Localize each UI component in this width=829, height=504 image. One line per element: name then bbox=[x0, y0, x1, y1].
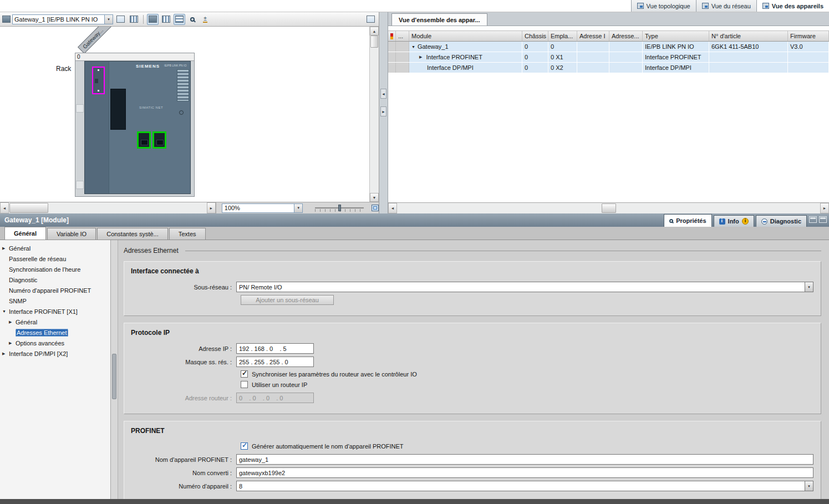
tab-network-view[interactable]: Vue du réseau bbox=[696, 0, 756, 12]
scroll-left-icon[interactable]: ◄ bbox=[388, 203, 397, 213]
scroll-up-icon[interactable]: ▲ bbox=[370, 27, 379, 35]
nav-item-time-sync[interactable]: Synchronisation de l'heure bbox=[0, 264, 110, 274]
tab-device-view[interactable]: Vue des appareils bbox=[756, 0, 829, 12]
scrollbar-thumb[interactable] bbox=[112, 354, 116, 399]
tab-diagnostic[interactable]: Diagnostic bbox=[756, 215, 807, 227]
device-horizontal-scrollbar[interactable]: ◄ ► bbox=[0, 202, 216, 213]
ethernet-addresses-form: Adresses Ethernet Interface connectée à … bbox=[118, 240, 829, 499]
nav-item-snmp[interactable]: SNMP bbox=[0, 296, 110, 306]
chevron-right-icon[interactable] bbox=[2, 246, 5, 251]
device-overview-button[interactable] bbox=[174, 14, 185, 25]
device-vertical-scrollbar[interactable]: ▲ ▼ bbox=[369, 27, 379, 202]
form-page-title: Adresses Ethernet bbox=[124, 247, 179, 254]
form-vertical-scrollbar[interactable] bbox=[111, 240, 118, 499]
tab-io-tags[interactable]: Variable IO bbox=[47, 228, 96, 240]
ethernet-port-1-highlighted[interactable] bbox=[137, 131, 151, 149]
tab-label: Diagnostic bbox=[770, 218, 801, 225]
profinet-device-name-field[interactable]: gateway_1 bbox=[236, 454, 813, 465]
converted-name-field[interactable]: gatewayxb199e2 bbox=[236, 467, 813, 478]
collapse-right-icon[interactable]: ► bbox=[380, 106, 386, 116]
compare-status-icon bbox=[390, 33, 393, 39]
chevron-down-icon[interactable] bbox=[411, 45, 415, 49]
scroll-left-icon[interactable]: ◄ bbox=[0, 202, 9, 213]
subnet-mask-field[interactable]: 255 . 255 . 255 . 0 bbox=[236, 357, 314, 367]
panel-splitter[interactable]: ◄ ► bbox=[379, 12, 388, 213]
use-router-checkbox[interactable] bbox=[241, 381, 248, 388]
header-type[interactable]: Type bbox=[643, 31, 709, 41]
nav-item-general[interactable]: Général bbox=[0, 243, 110, 253]
cell-module[interactable]: Interface DP/MPI bbox=[409, 63, 522, 73]
nav-item-dpmpi-interface[interactable]: Interface DP/MPI [X2] bbox=[0, 348, 110, 359]
nav-item-network-gateway[interactable]: Passerelle de réseau bbox=[0, 253, 110, 264]
scrollbar-thumb[interactable] bbox=[602, 203, 616, 213]
zoom-slider[interactable] bbox=[315, 203, 364, 212]
header-address-q[interactable]: Adresse... bbox=[609, 31, 643, 41]
tab-general[interactable]: Général bbox=[4, 227, 46, 240]
ethernet-port-2-highlighted[interactable] bbox=[152, 131, 166, 149]
header-compare[interactable] bbox=[388, 31, 396, 41]
zoom-select[interactable]: 100% bbox=[222, 203, 303, 213]
zoom-level-button[interactable]: ± bbox=[200, 14, 211, 25]
faceplate-view-button[interactable] bbox=[115, 14, 126, 25]
nav-item-advanced-options[interactable]: Options avancées bbox=[0, 338, 110, 348]
collapse-left-icon[interactable]: ◄ bbox=[380, 89, 386, 99]
tab-device-overview[interactable]: Vue d'ensemble des appar... bbox=[391, 13, 487, 26]
overview-horizontal-scrollbar[interactable]: ◄ ► bbox=[388, 202, 829, 213]
add-subnet-button[interactable]: Ajouter un sous-réseau bbox=[241, 295, 334, 305]
table-row[interactable]: Interface DP/MPI 0 0 X2 Interface DP/MPI bbox=[388, 63, 829, 73]
highlight-addresses-button[interactable] bbox=[147, 14, 159, 25]
dp-port-highlighted[interactable] bbox=[92, 67, 105, 94]
chevron-right-icon[interactable] bbox=[2, 352, 5, 356]
nav-item-ethernet-addresses[interactable]: Adresses Ethernet bbox=[0, 327, 110, 338]
address-grid-button[interactable] bbox=[160, 14, 172, 25]
tab-texts[interactable]: Textes bbox=[169, 228, 206, 240]
nav-item-interface-general[interactable]: Général bbox=[0, 317, 110, 327]
rack[interactable]: 0 SIEMENS IE/PB LINK PN IO SIMATIC NET bbox=[75, 53, 195, 197]
tab-properties[interactable]: Propriétés bbox=[664, 214, 711, 227]
header-chassis[interactable]: Châssis bbox=[522, 31, 548, 41]
device-number-select[interactable]: 8 bbox=[236, 481, 813, 491]
device-selector[interactable]: Gateway_1 [IE/PB LINK PN IO bbox=[12, 14, 113, 24]
header-firmware[interactable]: Firmware bbox=[788, 31, 829, 41]
tab-info[interactable]: Info bbox=[714, 215, 754, 227]
scroll-right-icon[interactable]: ► bbox=[207, 202, 216, 213]
auto-generate-name-checkbox[interactable] bbox=[241, 442, 248, 450]
scroll-down-icon[interactable]: ▼ bbox=[370, 193, 379, 202]
header-dots[interactable]: ... bbox=[396, 31, 409, 41]
tab-topology-view[interactable]: Vue topologique bbox=[631, 0, 696, 12]
scrollbar-thumb[interactable] bbox=[9, 203, 48, 213]
nav-item-profinet-interface[interactable]: Interface PROFINET [X1] bbox=[0, 306, 110, 317]
subnet-select[interactable]: PN/ Remote I/O bbox=[236, 282, 813, 292]
sync-router-checkbox[interactable] bbox=[241, 370, 248, 378]
collapse-panel-icon[interactable] bbox=[819, 216, 827, 223]
float-view-button[interactable] bbox=[365, 14, 377, 25]
zoom-button[interactable] bbox=[187, 14, 198, 25]
cell-module[interactable]: Gateway_1 bbox=[409, 42, 522, 52]
nav-item-diagnostics[interactable]: Diagnostic bbox=[0, 274, 110, 285]
zoom-slider-thumb[interactable] bbox=[338, 205, 341, 211]
cell-module[interactable]: Interface PROFINET bbox=[409, 52, 522, 62]
header-article[interactable]: N° d'article bbox=[709, 31, 788, 41]
header-address-i[interactable]: Adresse I bbox=[577, 31, 609, 41]
expand-panel-icon[interactable] bbox=[809, 216, 817, 223]
chevron-down-icon[interactable] bbox=[2, 309, 6, 313]
header-slot[interactable]: Empla... bbox=[548, 31, 577, 41]
table-row[interactable]: Gateway_1 0 0 IE/PB LINK PN IO 6GK1 411-… bbox=[388, 42, 829, 52]
gateway-module[interactable]: SIEMENS IE/PB LINK PN IO SIMATIC NET bbox=[84, 61, 191, 194]
header-module[interactable]: Module bbox=[409, 31, 522, 41]
chevron-right-icon[interactable] bbox=[9, 341, 12, 345]
tab-system-constants[interactable]: Constantes systè... bbox=[97, 228, 168, 240]
cell-firmware bbox=[788, 63, 829, 73]
table-row[interactable]: Interface PROFINET 0 0 X1 Interface PROF… bbox=[388, 52, 829, 63]
tab-label: Info bbox=[728, 218, 739, 225]
chevron-right-icon[interactable] bbox=[9, 320, 12, 324]
nav-item-profinet-device-number[interactable]: Numéro d'appareil PROFINET bbox=[0, 285, 110, 296]
ip-address-field[interactable]: 192 . 168 . 0 . 5 bbox=[236, 343, 314, 354]
fit-to-window-icon[interactable] bbox=[372, 205, 379, 211]
device-canvas[interactable]: Gateway... Rack 0 SIEMENS IE/PB LINK PN … bbox=[0, 27, 379, 202]
cell-firmware: V3.0 bbox=[788, 42, 829, 52]
detect-hardware-button[interactable] bbox=[128, 14, 140, 25]
scroll-right-icon[interactable]: ► bbox=[820, 203, 829, 213]
scrollbar-thumb[interactable] bbox=[370, 35, 378, 48]
chevron-right-icon[interactable] bbox=[419, 55, 422, 59]
